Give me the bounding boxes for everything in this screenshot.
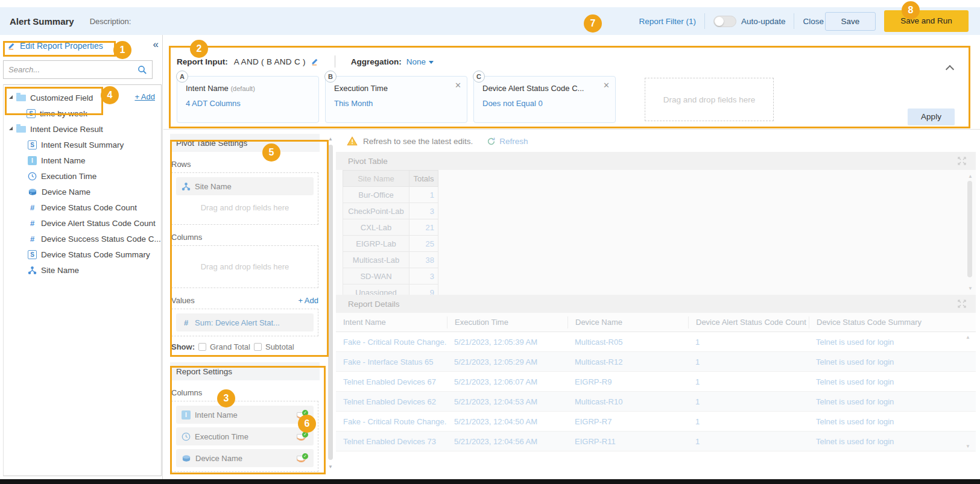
- tree-item-execution-time[interactable]: Execution Time: [4, 168, 161, 184]
- report-column-intent-name[interactable]: I Intent Name ✓: [176, 406, 314, 424]
- folder-icon: [16, 126, 26, 133]
- card-letter-badge: C: [473, 71, 485, 83]
- pivot-row-field-site-name[interactable]: Site Name: [176, 177, 314, 195]
- close-icon[interactable]: ✕: [603, 81, 610, 90]
- toggle-knob: [715, 17, 724, 26]
- add-field-link[interactable]: + Add: [134, 92, 155, 101]
- device-icon: [182, 454, 191, 463]
- column-included-icon[interactable]: ✓: [296, 432, 308, 442]
- condition-link[interactable]: Does not Equal 0: [482, 99, 607, 108]
- report-columns-dropzone[interactable]: I Intent Name ✓ Execution Time ✓: [171, 401, 318, 472]
- scroll-down-arrow[interactable]: ▼: [966, 286, 975, 291]
- edit-report-properties-label: Edit Report Properties: [20, 41, 103, 51]
- save-button[interactable]: Save: [825, 12, 876, 31]
- intent-field-icon: I: [28, 156, 37, 165]
- report-details-section-header: Report Details: [336, 295, 976, 313]
- divider: [704, 13, 705, 29]
- tree-item-intent-name[interactable]: I Intent Name: [4, 152, 161, 168]
- tree-item-device-status-code-count[interactable]: # Device Status Code Count: [4, 200, 161, 215]
- clock-icon: [28, 172, 37, 181]
- collapse-panel-icon[interactable]: [946, 65, 954, 74]
- card-letter-badge: A: [176, 71, 188, 83]
- pivot-scrollbar[interactable]: ▲ ▼: [966, 174, 974, 291]
- field-search: [3, 60, 153, 79]
- columns-dropzone[interactable]: Drag and drop fields here: [171, 245, 318, 288]
- report-filter-link[interactable]: Report Filter (1): [639, 17, 696, 26]
- tree-item-device-success-status-code-count[interactable]: # Device Success Status Code C...: [4, 231, 161, 247]
- collapse-sidebar-icon[interactable]: «: [153, 39, 159, 51]
- scroll-up-arrow[interactable]: ▲: [326, 136, 335, 142]
- details-header-row: Intent Name Execution Time Device Name D…: [336, 313, 976, 332]
- chevron-down-icon: [429, 61, 434, 64]
- search-icon[interactable]: [138, 65, 147, 75]
- default-tag: (default): [230, 85, 254, 92]
- adt-columns-link[interactable]: 4 ADT Columns: [186, 99, 310, 108]
- report-input-label: Report Input:: [177, 57, 228, 66]
- search-input[interactable]: [4, 65, 138, 74]
- refresh-link[interactable]: Refresh: [487, 137, 528, 146]
- tree-item-time-by-week[interactable]: S time by week: [4, 105, 161, 121]
- grand-total-checkbox[interactable]: [198, 343, 206, 351]
- condition-card-b[interactable]: B Execution Time This Month ✕: [325, 76, 467, 123]
- expand-triangle-icon[interactable]: [9, 127, 13, 130]
- scroll-up-arrow[interactable]: ▲: [966, 174, 975, 179]
- expand-triangle-icon[interactable]: [9, 95, 13, 99]
- report-column-device-name[interactable]: Device Name ✓: [176, 449, 314, 467]
- tree-item-device-name[interactable]: Device Name: [4, 184, 161, 200]
- condition-card-c[interactable]: C Device Alert Status Code C... Does not…: [473, 76, 616, 123]
- scrollbar-thumb[interactable]: [328, 145, 333, 460]
- expand-icon[interactable]: [958, 157, 966, 165]
- aggregation-select[interactable]: None: [406, 57, 434, 66]
- tree-item-intent-device-result[interactable]: Intent Device Result: [4, 121, 161, 137]
- tree-item-customized-field[interactable]: Customized Field + Add: [4, 90, 161, 105]
- scroll-down-arrow[interactable]: ▼: [963, 444, 973, 449]
- condition-card-a[interactable]: A Intent Name (default) 4 ADT Columns: [177, 76, 319, 123]
- settings-column: Pivot Table Settings Rows Site Name Drag…: [163, 130, 326, 476]
- column-included-icon[interactable]: ✓: [296, 453, 308, 464]
- close-button[interactable]: Close: [803, 17, 824, 26]
- scrollbar-thumb[interactable]: [967, 181, 972, 277]
- divider: [335, 55, 335, 68]
- pivot-value-field[interactable]: # Sum: Device Alert Stat...: [176, 313, 314, 332]
- aggregation-label: Aggregation:: [351, 57, 402, 66]
- save-and-run-button[interactable]: Save and Run: [884, 10, 969, 32]
- tree-item-site-name[interactable]: Site Name: [4, 262, 161, 278]
- scroll-up-arrow[interactable]: ▲: [963, 335, 973, 340]
- card-letter-badge: B: [324, 71, 337, 83]
- auto-update-toggle[interactable]: [713, 16, 736, 27]
- app-window: Alert Summary Description: Report Filter…: [0, 0, 980, 484]
- report-input-header: Report Input: A AND ( B AND C ) Aggregat…: [177, 55, 434, 68]
- scroll-down-arrow[interactable]: ▼: [326, 464, 335, 470]
- pencil-icon: [7, 42, 16, 50]
- field-tree: Customized Field + Add S time by week In…: [3, 84, 162, 476]
- report-column-execution-time[interactable]: Execution Time ✓: [176, 427, 314, 445]
- add-value-link[interactable]: + Add: [298, 296, 318, 305]
- column-included-icon[interactable]: ✓: [296, 410, 308, 420]
- rows-dropzone[interactable]: Site Name Drag and drop fields here: [171, 172, 318, 225]
- subtotal-checkbox[interactable]: [254, 343, 262, 351]
- time-range-link[interactable]: This Month: [334, 99, 458, 108]
- close-icon[interactable]: ✕: [455, 81, 461, 90]
- expand-icon[interactable]: [958, 300, 966, 308]
- tree-item-device-status-code-summary[interactable]: S Device Status Code Summary: [4, 247, 161, 262]
- edit-report-properties-link[interactable]: Edit Report Properties: [7, 41, 103, 51]
- number-field-icon: #: [28, 219, 37, 228]
- subtotal-label: Subtotal: [265, 342, 294, 351]
- table-row: Fake - Critical Route Change...5/21/2023…: [336, 412, 976, 432]
- tree-item-device-alert-status-code-count[interactable]: # Device Alert Status Code Count: [4, 215, 161, 231]
- intent-field-icon: I: [182, 410, 191, 420]
- edit-expression-icon[interactable]: [311, 57, 319, 66]
- pivot-row: Bur-Office1: [343, 187, 438, 203]
- pivot-table-settings-header: Pivot Table Settings: [170, 134, 320, 152]
- report-input-panel: Report Input: A AND ( B AND C ) Aggregat…: [163, 35, 980, 130]
- condition-dropzone[interactable]: Drag and drop fields here: [645, 78, 774, 121]
- page-title: Alert Summary: [10, 16, 74, 27]
- tree-item-intent-result-summary[interactable]: S Intent Result Summary: [4, 137, 161, 152]
- apply-button[interactable]: Apply: [908, 108, 955, 125]
- pivot-row: EIGRP-Lab25: [343, 236, 438, 252]
- clock-icon: [182, 432, 191, 441]
- site-icon: [28, 266, 37, 275]
- values-dropzone[interactable]: # Sum: Device Alert Stat...: [171, 309, 318, 336]
- table-row: Fake - Critical Route Change...5/21/2023…: [336, 332, 976, 352]
- settings-scrollbar[interactable]: ▲ ▼: [326, 134, 335, 472]
